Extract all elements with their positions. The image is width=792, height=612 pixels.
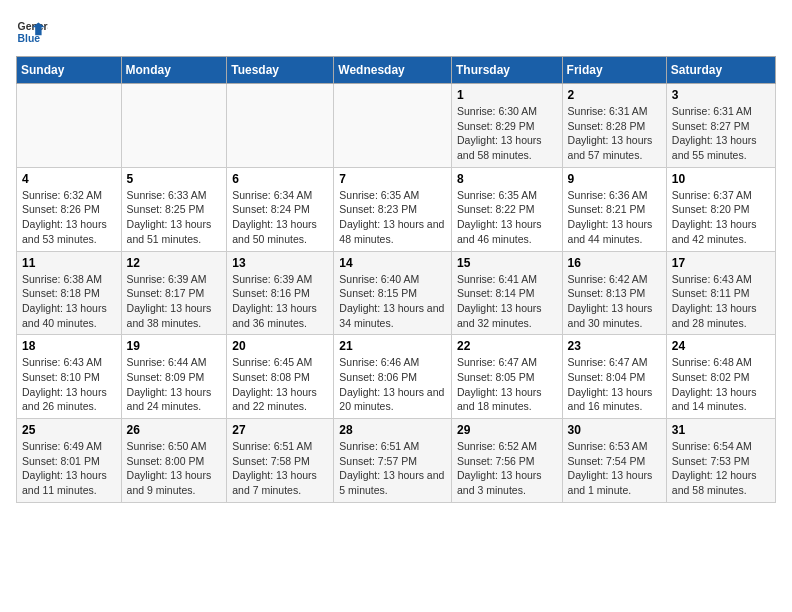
calendar-cell	[334, 84, 452, 168]
day-info: Sunrise: 6:47 AM Sunset: 8:04 PM Dayligh…	[568, 355, 661, 414]
calendar-cell: 12Sunrise: 6:39 AM Sunset: 8:17 PM Dayli…	[121, 251, 227, 335]
calendar-cell: 5Sunrise: 6:33 AM Sunset: 8:25 PM Daylig…	[121, 167, 227, 251]
calendar-cell: 6Sunrise: 6:34 AM Sunset: 8:24 PM Daylig…	[227, 167, 334, 251]
day-number: 14	[339, 256, 446, 270]
day-info: Sunrise: 6:35 AM Sunset: 8:22 PM Dayligh…	[457, 188, 557, 247]
day-info: Sunrise: 6:51 AM Sunset: 7:58 PM Dayligh…	[232, 439, 328, 498]
header: General Blue	[16, 16, 776, 48]
calendar-cell: 17Sunrise: 6:43 AM Sunset: 8:11 PM Dayli…	[666, 251, 775, 335]
weekday-header-tuesday: Tuesday	[227, 57, 334, 84]
day-info: Sunrise: 6:43 AM Sunset: 8:11 PM Dayligh…	[672, 272, 770, 331]
day-number: 27	[232, 423, 328, 437]
calendar-cell: 7Sunrise: 6:35 AM Sunset: 8:23 PM Daylig…	[334, 167, 452, 251]
day-info: Sunrise: 6:36 AM Sunset: 8:21 PM Dayligh…	[568, 188, 661, 247]
calendar-week-5: 25Sunrise: 6:49 AM Sunset: 8:01 PM Dayli…	[17, 419, 776, 503]
calendar-week-1: 1Sunrise: 6:30 AM Sunset: 8:29 PM Daylig…	[17, 84, 776, 168]
calendar-cell: 23Sunrise: 6:47 AM Sunset: 8:04 PM Dayli…	[562, 335, 666, 419]
day-info: Sunrise: 6:41 AM Sunset: 8:14 PM Dayligh…	[457, 272, 557, 331]
calendar-week-3: 11Sunrise: 6:38 AM Sunset: 8:18 PM Dayli…	[17, 251, 776, 335]
calendar-week-4: 18Sunrise: 6:43 AM Sunset: 8:10 PM Dayli…	[17, 335, 776, 419]
calendar-cell: 13Sunrise: 6:39 AM Sunset: 8:16 PM Dayli…	[227, 251, 334, 335]
weekday-header-friday: Friday	[562, 57, 666, 84]
day-info: Sunrise: 6:40 AM Sunset: 8:15 PM Dayligh…	[339, 272, 446, 331]
calendar-cell: 28Sunrise: 6:51 AM Sunset: 7:57 PM Dayli…	[334, 419, 452, 503]
day-number: 31	[672, 423, 770, 437]
logo-icon: General Blue	[16, 16, 48, 48]
day-number: 6	[232, 172, 328, 186]
day-info: Sunrise: 6:49 AM Sunset: 8:01 PM Dayligh…	[22, 439, 116, 498]
day-info: Sunrise: 6:33 AM Sunset: 8:25 PM Dayligh…	[127, 188, 222, 247]
day-number: 25	[22, 423, 116, 437]
calendar-cell: 3Sunrise: 6:31 AM Sunset: 8:27 PM Daylig…	[666, 84, 775, 168]
day-number: 22	[457, 339, 557, 353]
weekday-header-wednesday: Wednesday	[334, 57, 452, 84]
calendar-table: SundayMondayTuesdayWednesdayThursdayFrid…	[16, 56, 776, 503]
day-info: Sunrise: 6:38 AM Sunset: 8:18 PM Dayligh…	[22, 272, 116, 331]
calendar-cell: 1Sunrise: 6:30 AM Sunset: 8:29 PM Daylig…	[451, 84, 562, 168]
calendar-cell: 10Sunrise: 6:37 AM Sunset: 8:20 PM Dayli…	[666, 167, 775, 251]
day-number: 8	[457, 172, 557, 186]
day-info: Sunrise: 6:34 AM Sunset: 8:24 PM Dayligh…	[232, 188, 328, 247]
calendar-cell: 30Sunrise: 6:53 AM Sunset: 7:54 PM Dayli…	[562, 419, 666, 503]
day-number: 28	[339, 423, 446, 437]
calendar-cell	[227, 84, 334, 168]
day-number: 17	[672, 256, 770, 270]
calendar-cell: 29Sunrise: 6:52 AM Sunset: 7:56 PM Dayli…	[451, 419, 562, 503]
calendar-cell: 26Sunrise: 6:50 AM Sunset: 8:00 PM Dayli…	[121, 419, 227, 503]
calendar-cell: 11Sunrise: 6:38 AM Sunset: 8:18 PM Dayli…	[17, 251, 122, 335]
calendar-cell: 22Sunrise: 6:47 AM Sunset: 8:05 PM Dayli…	[451, 335, 562, 419]
day-number: 7	[339, 172, 446, 186]
day-number: 26	[127, 423, 222, 437]
day-number: 9	[568, 172, 661, 186]
day-info: Sunrise: 6:39 AM Sunset: 8:16 PM Dayligh…	[232, 272, 328, 331]
calendar-cell: 16Sunrise: 6:42 AM Sunset: 8:13 PM Dayli…	[562, 251, 666, 335]
day-info: Sunrise: 6:42 AM Sunset: 8:13 PM Dayligh…	[568, 272, 661, 331]
day-info: Sunrise: 6:46 AM Sunset: 8:06 PM Dayligh…	[339, 355, 446, 414]
weekday-header-sunday: Sunday	[17, 57, 122, 84]
day-number: 13	[232, 256, 328, 270]
calendar-cell: 31Sunrise: 6:54 AM Sunset: 7:53 PM Dayli…	[666, 419, 775, 503]
calendar-cell: 14Sunrise: 6:40 AM Sunset: 8:15 PM Dayli…	[334, 251, 452, 335]
day-info: Sunrise: 6:31 AM Sunset: 8:27 PM Dayligh…	[672, 104, 770, 163]
day-info: Sunrise: 6:43 AM Sunset: 8:10 PM Dayligh…	[22, 355, 116, 414]
weekday-header-thursday: Thursday	[451, 57, 562, 84]
day-number: 16	[568, 256, 661, 270]
calendar-cell: 24Sunrise: 6:48 AM Sunset: 8:02 PM Dayli…	[666, 335, 775, 419]
day-info: Sunrise: 6:35 AM Sunset: 8:23 PM Dayligh…	[339, 188, 446, 247]
day-number: 21	[339, 339, 446, 353]
day-info: Sunrise: 6:44 AM Sunset: 8:09 PM Dayligh…	[127, 355, 222, 414]
day-info: Sunrise: 6:45 AM Sunset: 8:08 PM Dayligh…	[232, 355, 328, 414]
calendar-cell: 9Sunrise: 6:36 AM Sunset: 8:21 PM Daylig…	[562, 167, 666, 251]
calendar-cell	[121, 84, 227, 168]
day-info: Sunrise: 6:37 AM Sunset: 8:20 PM Dayligh…	[672, 188, 770, 247]
day-number: 19	[127, 339, 222, 353]
day-number: 4	[22, 172, 116, 186]
day-number: 12	[127, 256, 222, 270]
calendar-cell: 20Sunrise: 6:45 AM Sunset: 8:08 PM Dayli…	[227, 335, 334, 419]
day-number: 1	[457, 88, 557, 102]
day-info: Sunrise: 6:51 AM Sunset: 7:57 PM Dayligh…	[339, 439, 446, 498]
day-number: 24	[672, 339, 770, 353]
day-number: 3	[672, 88, 770, 102]
day-info: Sunrise: 6:39 AM Sunset: 8:17 PM Dayligh…	[127, 272, 222, 331]
day-info: Sunrise: 6:32 AM Sunset: 8:26 PM Dayligh…	[22, 188, 116, 247]
calendar-cell: 4Sunrise: 6:32 AM Sunset: 8:26 PM Daylig…	[17, 167, 122, 251]
day-number: 30	[568, 423, 661, 437]
day-number: 29	[457, 423, 557, 437]
weekday-header-saturday: Saturday	[666, 57, 775, 84]
calendar-cell: 2Sunrise: 6:31 AM Sunset: 8:28 PM Daylig…	[562, 84, 666, 168]
calendar-cell: 25Sunrise: 6:49 AM Sunset: 8:01 PM Dayli…	[17, 419, 122, 503]
day-info: Sunrise: 6:48 AM Sunset: 8:02 PM Dayligh…	[672, 355, 770, 414]
day-info: Sunrise: 6:31 AM Sunset: 8:28 PM Dayligh…	[568, 104, 661, 163]
calendar-cell: 15Sunrise: 6:41 AM Sunset: 8:14 PM Dayli…	[451, 251, 562, 335]
calendar-week-2: 4Sunrise: 6:32 AM Sunset: 8:26 PM Daylig…	[17, 167, 776, 251]
day-info: Sunrise: 6:30 AM Sunset: 8:29 PM Dayligh…	[457, 104, 557, 163]
day-info: Sunrise: 6:52 AM Sunset: 7:56 PM Dayligh…	[457, 439, 557, 498]
day-number: 2	[568, 88, 661, 102]
day-number: 10	[672, 172, 770, 186]
day-number: 5	[127, 172, 222, 186]
calendar-cell	[17, 84, 122, 168]
day-info: Sunrise: 6:50 AM Sunset: 8:00 PM Dayligh…	[127, 439, 222, 498]
calendar-cell: 19Sunrise: 6:44 AM Sunset: 8:09 PM Dayli…	[121, 335, 227, 419]
calendar-cell: 27Sunrise: 6:51 AM Sunset: 7:58 PM Dayli…	[227, 419, 334, 503]
